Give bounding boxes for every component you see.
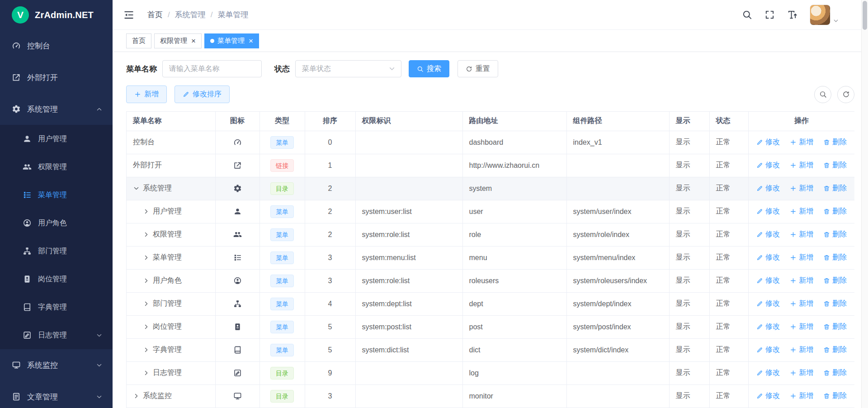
delete-link[interactable]: 删除: [823, 184, 847, 193]
user-menu[interactable]: [810, 5, 839, 25]
chevron-right-icon[interactable]: [143, 231, 150, 238]
chevron-right-icon[interactable]: [143, 370, 150, 376]
refresh-circle-button[interactable]: [837, 86, 854, 103]
search-button[interactable]: [742, 9, 752, 20]
search-button[interactable]: 搜索: [409, 60, 449, 77]
tab-权限管理[interactable]: 权限管理×: [154, 33, 202, 48]
chevron-down-icon[interactable]: [133, 185, 140, 192]
plus-icon: [790, 370, 797, 376]
delete-link[interactable]: 删除: [823, 299, 847, 308]
add-link[interactable]: 新增: [790, 184, 813, 193]
edit-link[interactable]: 修改: [756, 138, 780, 147]
add-link[interactable]: 新增: [790, 230, 813, 239]
tab-菜单管理[interactable]: 菜单管理×: [204, 33, 259, 48]
edit-sort-button[interactable]: 修改排序: [175, 85, 230, 103]
tab-首页[interactable]: 首页: [126, 33, 151, 48]
sidebar-toggle-button[interactable]: [123, 9, 135, 21]
sidebar-item-label: 外部打开: [27, 72, 58, 83]
sort-cell: 3: [305, 384, 355, 408]
chevron-right-icon[interactable]: [143, 300, 150, 307]
search-circle-button[interactable]: [814, 86, 831, 103]
edit-link[interactable]: 修改: [756, 207, 780, 216]
menu-name-input[interactable]: [162, 60, 262, 77]
sidebar-item-权限管理[interactable]: 权限管理: [0, 153, 113, 181]
delete-link[interactable]: 删除: [823, 345, 847, 355]
chevron-right-icon[interactable]: [143, 346, 150, 353]
add-button[interactable]: 新增: [126, 85, 167, 103]
delete-link[interactable]: 删除: [823, 368, 847, 378]
chevron-down-icon[interactable]: [833, 18, 839, 24]
sidebar-item-文章管理[interactable]: 文章管理: [0, 381, 113, 408]
menu-name-cell: 部门管理: [127, 292, 215, 315]
chevron-right-icon[interactable]: [143, 254, 150, 261]
delete-link[interactable]: 删除: [823, 138, 847, 147]
edit-link[interactable]: 修改: [756, 299, 780, 308]
close-icon[interactable]: ×: [191, 37, 196, 45]
delete-link[interactable]: 删除: [823, 276, 847, 285]
sidebar-item-岗位管理[interactable]: 岗位管理: [0, 265, 113, 293]
fullscreen-button[interactable]: [764, 9, 775, 20]
edit-link[interactable]: 修改: [756, 184, 780, 193]
sidebar-item-控制台[interactable]: 控制台: [0, 30, 113, 62]
edit-link[interactable]: 修改: [756, 276, 780, 285]
plus-icon: [790, 231, 797, 238]
scrollbar-thumb[interactable]: [863, 1, 867, 30]
add-link[interactable]: 新增: [790, 207, 813, 216]
menu-type-cell: 菜单: [259, 315, 305, 338]
delete-link[interactable]: 删除: [823, 230, 847, 239]
sidebar-item-用户管理[interactable]: 用户管理: [0, 125, 113, 153]
monitor-icon: [233, 392, 242, 400]
edit-link[interactable]: 修改: [756, 368, 780, 378]
edit-link[interactable]: 修改: [756, 253, 780, 262]
add-link[interactable]: 新增: [790, 138, 813, 147]
delete-link[interactable]: 删除: [823, 322, 847, 332]
menu-name-cell: 用户角色: [127, 269, 215, 292]
perm-cell: [355, 154, 462, 177]
delete-link[interactable]: 删除: [823, 391, 847, 401]
add-link[interactable]: 新增: [790, 368, 813, 378]
delete-link[interactable]: 删除: [823, 161, 847, 170]
sidebar-item-菜单管理[interactable]: 菜单管理: [0, 181, 113, 209]
sidebar-item-字典管理[interactable]: 字典管理: [0, 293, 113, 321]
breadcrumb-item-菜单管理[interactable]: 菜单管理: [217, 9, 248, 20]
breadcrumb-item-首页[interactable]: 首页: [147, 9, 163, 20]
sidebar-item-系统管理[interactable]: 系统管理: [0, 93, 113, 125]
sidebar-item-用户角色[interactable]: 用户角色: [0, 209, 113, 237]
trash-icon: [823, 208, 830, 215]
delete-link[interactable]: 删除: [823, 253, 847, 262]
add-link[interactable]: 新增: [790, 391, 813, 401]
menu-type-cell: 菜单: [259, 269, 305, 292]
add-link[interactable]: 新增: [790, 161, 813, 170]
add-link[interactable]: 新增: [790, 299, 813, 308]
add-link[interactable]: 新增: [790, 322, 813, 332]
avatar[interactable]: [810, 5, 830, 25]
sidebar-item-外部打开[interactable]: 外部打开: [0, 62, 113, 93]
sidebar-item-label: 文章管理: [27, 392, 58, 402]
status-select[interactable]: 菜单状态: [295, 60, 401, 77]
column-header-路由地址: 路由地址: [462, 112, 566, 131]
sidebar-item-部门管理[interactable]: 部门管理: [0, 237, 113, 265]
chevron-right-icon[interactable]: [143, 277, 150, 284]
add-link[interactable]: 新增: [790, 345, 813, 355]
edit-link[interactable]: 修改: [756, 230, 780, 239]
edit-link[interactable]: 修改: [756, 391, 780, 401]
menu-type-cell: 目录: [259, 361, 305, 384]
edit-link[interactable]: 修改: [756, 322, 780, 332]
edit-link[interactable]: 修改: [756, 345, 780, 355]
delete-link[interactable]: 删除: [823, 207, 847, 216]
add-link[interactable]: 新增: [790, 276, 813, 285]
reset-button[interactable]: 重置: [458, 60, 498, 77]
chevron-right-icon[interactable]: [143, 323, 150, 330]
logo[interactable]: V ZrAdmin.NET: [0, 0, 113, 30]
close-icon[interactable]: ×: [249, 37, 253, 45]
page-scrollbar[interactable]: [861, 0, 868, 408]
sidebar-item-系统监控[interactable]: 系统监控: [0, 349, 113, 381]
edit-link[interactable]: 修改: [756, 161, 780, 170]
chevron-right-icon[interactable]: [143, 208, 150, 215]
font-size-button[interactable]: [787, 9, 797, 20]
add-link[interactable]: 新增: [790, 253, 813, 262]
sidebar-item-日志管理[interactable]: 日志管理: [0, 321, 113, 349]
op-label: 修改: [765, 184, 780, 193]
chevron-right-icon[interactable]: [133, 393, 140, 399]
breadcrumb-item-系统管理[interactable]: 系统管理: [175, 9, 206, 20]
